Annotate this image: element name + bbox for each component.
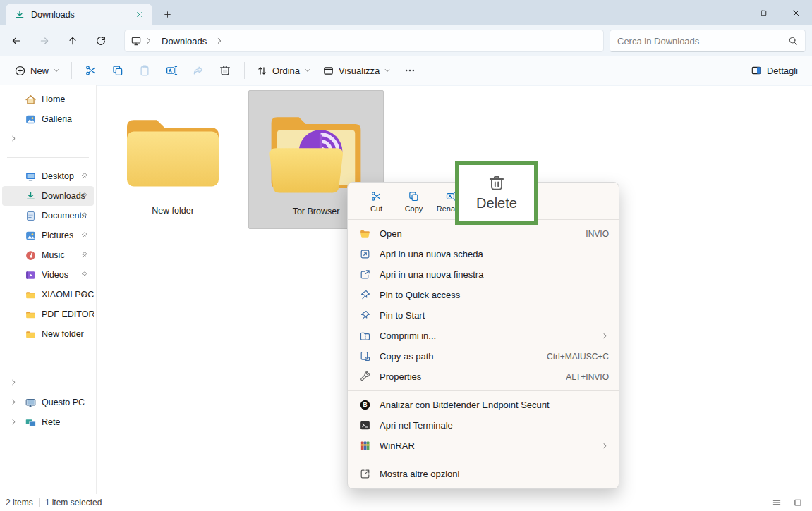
- breadcrumb-location[interactable]: Downloads: [156, 34, 212, 49]
- nav-icon: [11, 35, 22, 47]
- details-pane-icon: [751, 65, 762, 76]
- chevron-right-icon[interactable]: [10, 135, 18, 142]
- toolbar-action-button[interactable]: [131, 59, 158, 82]
- sidebar-item[interactable]: XIAOMI POCO F: [2, 285, 94, 304]
- sidebar-item-label: Rete: [42, 417, 60, 427]
- window-control-button[interactable]: [747, 0, 780, 25]
- nav-button[interactable]: [32, 29, 56, 53]
- more-options-button[interactable]: [396, 59, 423, 82]
- context-menu-item[interactable]: Pin to Start: [348, 305, 619, 326]
- nav-button[interactable]: [61, 29, 85, 53]
- context-menu-item[interactable]: Copy as path Ctrl+MAIUSC+C: [348, 346, 619, 367]
- sidebar-item[interactable]: Home: [2, 90, 94, 109]
- menu-item-label: Apri in una nuova finestra: [380, 269, 483, 280]
- chevron-right-icon[interactable]: [10, 398, 18, 406]
- menu-item-icon: [359, 371, 371, 383]
- ellipsis-icon: [404, 64, 416, 77]
- new-tab-button[interactable]: [158, 5, 176, 23]
- sidebar-item-label: Questo PC: [42, 398, 85, 407]
- sort-button-label: Ordina: [272, 66, 300, 76]
- toolbar-action-icon: [192, 64, 205, 77]
- sidebar-item-label: Pictures: [42, 230, 73, 240]
- pin-icon: [80, 211, 88, 219]
- sidebar-item-icon: [25, 397, 37, 409]
- context-menu-item[interactable]: Open INVIO: [348, 223, 619, 244]
- context-menu-item[interactable]: Pin to Quick access: [348, 285, 619, 305]
- view-button[interactable]: Visualizza: [317, 61, 396, 81]
- view-toggle-button[interactable]: [768, 495, 785, 510]
- sidebar-item[interactable]: [2, 129, 94, 149]
- file-tile[interactable]: New folder: [111, 90, 235, 229]
- menu-item-label: Apri in una nuova scheda: [380, 249, 483, 259]
- details-pane-button[interactable]: Dettagli: [745, 61, 804, 80]
- sort-button[interactable]: Ordina: [250, 61, 317, 81]
- window-control-button[interactable]: [715, 0, 747, 25]
- context-menu-item[interactable]: Apri in una nuova scheda: [348, 244, 619, 264]
- window-control-button[interactable]: [780, 0, 812, 25]
- context-menu-item[interactable]: Mostra altre opzioni: [348, 464, 619, 484]
- sidebar-item[interactable]: Music: [2, 245, 94, 265]
- menu-separator: [348, 390, 619, 391]
- view-toggle-button[interactable]: [789, 495, 806, 510]
- file-explorer-window: Downloads: [0, 0, 812, 511]
- breadcrumb: Downloads: [124, 30, 604, 52]
- search-icon[interactable]: [788, 36, 798, 46]
- sidebar-item[interactable]: Desktop: [2, 166, 94, 186]
- pin-icon: [80, 231, 88, 239]
- sidebar-item[interactable]: Documents: [2, 206, 94, 226]
- pin-icon: [80, 172, 88, 180]
- navigation-pane: Home Galleria: [0, 85, 97, 494]
- sidebar-item[interactable]: Downloads: [2, 186, 94, 206]
- window-control-icon: [792, 8, 801, 18]
- sidebar-item-icon: [25, 94, 37, 106]
- sidebar-item-label: Documents: [42, 211, 86, 221]
- trash-icon: [487, 174, 506, 192]
- sidebar-item[interactable]: Pictures: [2, 226, 94, 245]
- toolbar-separator: [244, 62, 245, 79]
- chevron-right-icon[interactable]: [10, 418, 18, 426]
- chevron-right-icon[interactable]: [10, 378, 18, 386]
- window-control-icon: [727, 8, 736, 18]
- context-menu-item[interactable]: B Analizar con Bitdefender Endpoint Secu…: [348, 395, 619, 415]
- sidebar-item-icon: [25, 210, 37, 222]
- nav-button[interactable]: [4, 29, 28, 53]
- chevron-right-icon: [601, 442, 609, 450]
- tab-close-icon[interactable]: [131, 7, 147, 23]
- context-menu-item[interactable]: WinRAR: [348, 436, 619, 456]
- quick-action-button[interactable]: Copy: [395, 187, 432, 216]
- sidebar-item[interactable]: Videos: [2, 265, 94, 285]
- menu-item-label: Apri nel Terminale: [380, 420, 453, 431]
- toolbar-action-button[interactable]: [78, 59, 104, 82]
- new-button[interactable]: New: [8, 61, 66, 81]
- sidebar-item-label: Videos: [42, 270, 68, 280]
- menu-item-label: WinRAR: [380, 441, 415, 451]
- context-menu-item[interactable]: Apri in una nuova finestra: [348, 264, 619, 285]
- sidebar-item[interactable]: PDF EDITOR: [2, 304, 94, 324]
- toolbar-action-button[interactable]: [212, 59, 238, 82]
- plus-icon: [163, 10, 172, 19]
- menu-item-shortcut: INVIO: [586, 229, 609, 239]
- nav-icon: [95, 35, 107, 47]
- view-toggle-icon: [772, 498, 782, 507]
- sidebar-item[interactable]: Rete: [2, 412, 94, 432]
- tab-downloads[interactable]: Downloads: [6, 4, 152, 25]
- search-input[interactable]: [617, 36, 788, 47]
- toolbar-action-button[interactable]: [104, 59, 131, 82]
- quick-action-icon: [370, 190, 382, 202]
- sidebar-item[interactable]: Galleria: [2, 109, 94, 129]
- menu-item-shortcut: Ctrl+MAIUSC+C: [547, 352, 609, 362]
- sidebar-item[interactable]: New folder: [2, 324, 94, 344]
- context-menu-item[interactable]: Properties ALT+INVIO: [348, 367, 619, 387]
- chevron-right-icon[interactable]: [215, 37, 224, 45]
- toolbar-action-button[interactable]: [185, 59, 212, 82]
- tab-bar: Downloads: [0, 0, 812, 25]
- quick-action-button[interactable]: Cut: [358, 187, 395, 216]
- context-menu-item[interactable]: Comprimi in...: [348, 326, 619, 346]
- nav-button[interactable]: [89, 29, 113, 53]
- sidebar-item[interactable]: [2, 373, 94, 393]
- chevron-right-icon[interactable]: [145, 37, 153, 45]
- context-menu-item[interactable]: Apri nel Terminale: [348, 415, 619, 436]
- sidebar-item[interactable]: Questo PC: [2, 393, 94, 412]
- toolbar-action-icon: [219, 64, 231, 77]
- toolbar-action-button[interactable]: [158, 59, 185, 82]
